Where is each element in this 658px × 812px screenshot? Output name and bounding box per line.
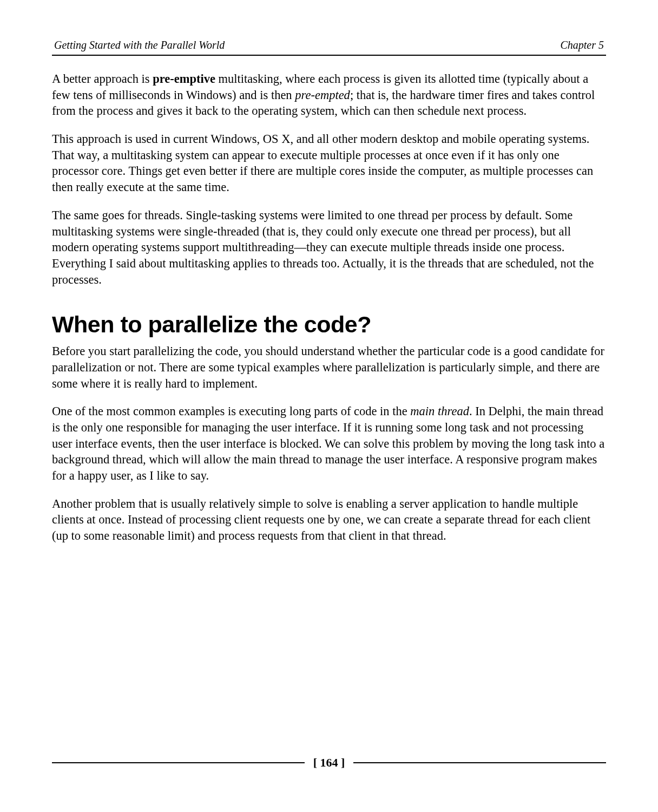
paragraph-4: Before you start parallelizing the code,… <box>52 343 606 391</box>
footer-rule-right <box>353 762 606 763</box>
paragraph-6: Another problem that is usually relative… <box>52 496 606 544</box>
running-head-right: Chapter 5 <box>560 39 604 51</box>
running-head-left: Getting Started with the Parallel World <box>54 39 225 51</box>
text: One of the most common examples is execu… <box>52 404 410 418</box>
running-head: Getting Started with the Parallel World … <box>52 39 606 55</box>
paragraph-2: This approach is used in current Windows… <box>52 131 606 195</box>
italic-term: main thread <box>410 404 469 418</box>
footer-rule-left <box>52 762 305 763</box>
page-number: [ 164 ] <box>310 756 348 770</box>
section-heading: When to parallelize the code? <box>52 311 606 338</box>
paragraph-5: One of the most common examples is execu… <box>52 403 606 483</box>
paragraph-3: The same goes for threads. Single-taskin… <box>52 207 606 287</box>
text: A better approach is <box>52 72 153 86</box>
italic-term: pre-empted <box>295 88 350 102</box>
paragraph-1: A better approach is pre-emptive multita… <box>52 71 606 119</box>
bold-term: pre-emptive <box>153 72 215 86</box>
footer: [ 164 ] <box>52 756 606 770</box>
page: Getting Started with the Parallel World … <box>0 0 658 812</box>
header-rule <box>52 55 606 56</box>
